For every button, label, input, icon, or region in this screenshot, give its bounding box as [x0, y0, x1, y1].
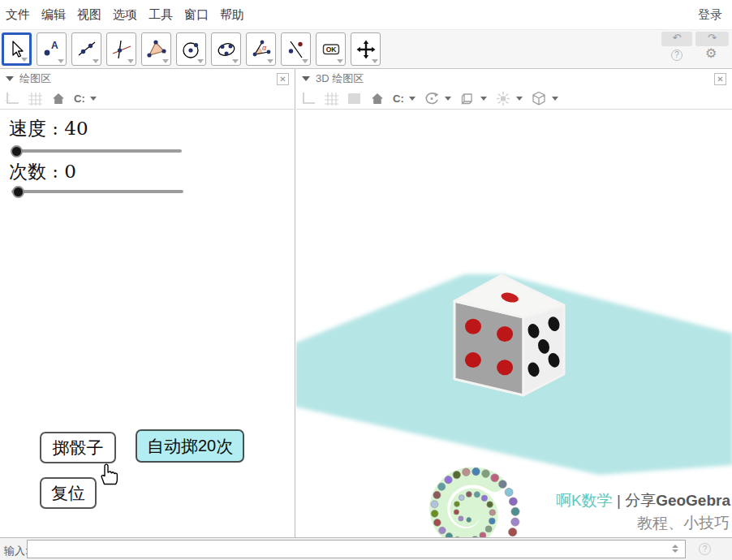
- perpendicular-line-icon: [111, 39, 132, 60]
- menu-tools[interactable]: 工具: [146, 7, 175, 23]
- svg-text:A: A: [51, 40, 58, 51]
- reflection-icon: [286, 39, 307, 60]
- slider-count-track[interactable]: [11, 190, 183, 193]
- tool-dropdown-icon: [21, 58, 28, 62]
- plane-toggle-icon[interactable]: [347, 92, 362, 106]
- chevron-down-icon[interactable]: [445, 97, 451, 101]
- tool-dropdown-icon: [267, 59, 273, 63]
- input-label: 输入:: [4, 544, 28, 558]
- menu-help[interactable]: 帮助: [217, 7, 247, 23]
- svg-text:OK: OK: [325, 45, 337, 54]
- point-capturing-label[interactable]: C:: [74, 93, 85, 105]
- tool-button-action[interactable]: OK: [316, 32, 346, 66]
- tool-move-graphics-view[interactable]: [351, 32, 381, 66]
- move-cursor-icon: [6, 39, 28, 60]
- tool-dropdown-icon: [302, 59, 308, 63]
- ellipse-icon: [216, 39, 237, 60]
- point-icon: A: [41, 39, 62, 60]
- tool-angle[interactable]: α: [246, 32, 276, 66]
- ok-button-icon: OK: [321, 39, 342, 60]
- tool-circle-center-point[interactable]: [176, 32, 206, 66]
- menu-window[interactable]: 窗口: [182, 7, 211, 23]
- tool-dropdown-icon: [372, 59, 378, 63]
- tool-dropdown-icon: [93, 59, 99, 63]
- slider-speed-track[interactable]: [11, 149, 182, 153]
- redo-button[interactable]: ↷: [695, 32, 729, 46]
- spiral-logo: [431, 467, 519, 537]
- close-icon[interactable]: ✕: [277, 73, 289, 85]
- help-icon[interactable]: ?: [671, 50, 682, 61]
- tool-reflection[interactable]: [281, 32, 311, 66]
- tool-dropdown-icon: [197, 59, 204, 63]
- command-input[interactable]: [27, 540, 686, 558]
- watermark-line2: 教程、小技巧: [637, 513, 730, 534]
- tool-line[interactable]: [71, 32, 101, 66]
- reset-button[interactable]: 复位: [40, 477, 97, 509]
- line-icon: [76, 39, 97, 60]
- tool-dropdown-icon: [58, 59, 64, 63]
- grid-toggle-icon[interactable]: [28, 92, 43, 106]
- circle-icon: [181, 39, 202, 60]
- menu-view[interactable]: 视图: [75, 7, 104, 23]
- graphics-panel: 绘图区 ✕ C: 速度 : 40 次数 : 0 掷骰子 自动掷20次 复位: [0, 69, 295, 537]
- close-icon[interactable]: ✕: [714, 73, 726, 85]
- undo-icon: ↶: [673, 32, 682, 44]
- slider-count-handle[interactable]: [12, 186, 24, 198]
- move-view-icon: [355, 39, 377, 60]
- rotate-view-icon[interactable]: [424, 91, 440, 106]
- watermark-line1: 啊K数学 | 分享GeoGebra: [556, 490, 730, 511]
- gear-icon[interactable]: ⚙: [705, 47, 717, 60]
- axes-toggle-icon[interactable]: [300, 92, 316, 106]
- point-capturing-label[interactable]: C:: [393, 93, 404, 105]
- home-icon[interactable]: [51, 92, 66, 106]
- slider-speed-handle[interactable]: [11, 145, 23, 157]
- panel-collapse-icon[interactable]: [6, 76, 14, 81]
- menu-edit[interactable]: 编辑: [39, 7, 68, 23]
- tool-dropdown-icon: [127, 59, 134, 63]
- redo-icon: ↷: [708, 32, 717, 44]
- menu-bar: 文件 编辑 视图 选项 工具 窗口 帮助 登录: [0, 0, 732, 29]
- tool-point[interactable]: A: [37, 32, 67, 66]
- view-direction-icon[interactable]: [459, 91, 476, 106]
- tool-dropdown-icon: [337, 59, 343, 63]
- auto-roll-button[interactable]: 自动掷20次: [136, 429, 244, 463]
- lighting-icon[interactable]: [495, 91, 511, 106]
- tool-dropdown-icon: [232, 59, 239, 63]
- slider-count-label: 次数 : 0: [9, 159, 76, 184]
- input-history-spinner-icon[interactable]: [672, 545, 678, 553]
- tool-dropdown-icon: [162, 59, 169, 63]
- chevron-down-icon[interactable]: [516, 97, 523, 101]
- panel-title-graphics: 绘图区: [19, 71, 51, 86]
- undo-button[interactable]: ↶: [661, 32, 692, 46]
- tool-perpendicular-line[interactable]: [106, 32, 136, 66]
- graphics3d-panel: 3D 绘图区 ✕ C: 啊K数学 | 分享GeoGebra 教程、小技巧: [296, 69, 732, 537]
- slider-speed-label: 速度 : 40: [9, 116, 88, 141]
- projection-cube-icon[interactable]: [531, 91, 547, 106]
- svg-text:α: α: [262, 44, 267, 52]
- menu-options[interactable]: 选项: [110, 7, 140, 23]
- angle-icon: α: [251, 39, 272, 60]
- roll-dice-button[interactable]: 掷骰子: [40, 432, 116, 463]
- input-bar: 输入: ?: [0, 537, 732, 560]
- tool-polygon[interactable]: [141, 32, 171, 66]
- grid-toggle-icon[interactable]: [324, 92, 339, 106]
- menu-file[interactable]: 文件: [3, 7, 32, 23]
- panel-collapse-icon[interactable]: [302, 76, 310, 81]
- login-link[interactable]: 登录: [698, 7, 722, 23]
- tool-ellipse[interactable]: [211, 32, 241, 66]
- polygon-icon: [146, 39, 167, 60]
- axes-toggle-icon[interactable]: [4, 92, 19, 106]
- input-help-icon[interactable]: ?: [699, 543, 711, 555]
- hand-cursor-icon: [96, 462, 118, 486]
- chevron-down-icon[interactable]: [409, 97, 416, 101]
- tool-move[interactable]: [2, 32, 32, 66]
- toolbar: A: [0, 29, 732, 69]
- panel-title-3d: 3D 绘图区: [316, 71, 364, 86]
- 3d-canvas[interactable]: [296, 69, 732, 537]
- chevron-down-icon[interactable]: [552, 97, 558, 101]
- home-icon[interactable]: [370, 92, 385, 106]
- chevron-down-icon[interactable]: [480, 97, 487, 101]
- chevron-down-icon[interactable]: [90, 97, 97, 101]
